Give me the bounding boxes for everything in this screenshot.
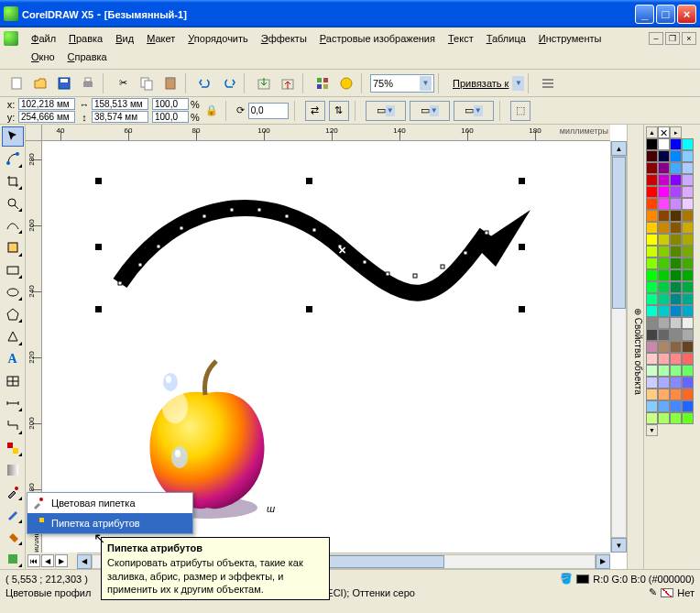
table-tool[interactable] bbox=[2, 371, 24, 391]
crop-tool[interactable] bbox=[2, 171, 24, 192]
color-swatch[interactable] bbox=[670, 222, 682, 234]
page-navigator[interactable]: ⏮ ◀ ▶ bbox=[26, 553, 77, 569]
color-swatch[interactable] bbox=[646, 150, 658, 162]
undo-button[interactable] bbox=[194, 72, 216, 94]
color-swatch[interactable] bbox=[646, 246, 658, 257]
color-swatch[interactable] bbox=[646, 377, 658, 389]
shape-tool[interactable] bbox=[2, 148, 24, 169]
object-properties-docker[interactable]: ⊕ Свойства объекта bbox=[628, 125, 644, 569]
color-swatch[interactable] bbox=[646, 186, 658, 198]
menu-edit[interactable]: Правка bbox=[63, 31, 108, 46]
color-swatch[interactable] bbox=[670, 246, 682, 257]
color-swatch[interactable] bbox=[658, 222, 670, 234]
freehand-tool[interactable] bbox=[2, 215, 24, 235]
color-swatch[interactable] bbox=[670, 198, 682, 210]
snap-dropdown[interactable]: ▼ bbox=[512, 76, 524, 91]
basic-shapes-tool[interactable] bbox=[2, 326, 24, 346]
paste-button[interactable] bbox=[159, 72, 181, 94]
color-swatch[interactable] bbox=[670, 353, 682, 365]
selection-handle[interactable] bbox=[519, 244, 525, 250]
horizontal-ruler[interactable]: миллиметры 406080100120140160180 bbox=[42, 125, 610, 141]
arrow-object[interactable]: ✕ bbox=[102, 182, 541, 311]
outline-tool[interactable] bbox=[2, 504, 24, 524]
color-swatch[interactable] bbox=[670, 293, 682, 305]
color-swatch[interactable] bbox=[658, 293, 670, 305]
welcome-button[interactable] bbox=[335, 72, 357, 94]
zoom-tool[interactable] bbox=[2, 193, 24, 213]
color-swatch[interactable] bbox=[670, 138, 682, 150]
color-swatch[interactable] bbox=[670, 186, 682, 198]
menu-file[interactable]: Файл bbox=[26, 31, 61, 46]
color-swatch[interactable] bbox=[670, 269, 682, 281]
color-swatch[interactable] bbox=[658, 210, 670, 222]
color-swatch[interactable] bbox=[682, 162, 694, 174]
color-swatch[interactable] bbox=[658, 353, 670, 365]
color-swatch[interactable] bbox=[682, 341, 694, 353]
menu-text[interactable]: Текст bbox=[443, 31, 479, 46]
color-swatch[interactable] bbox=[682, 329, 694, 341]
color-swatch[interactable] bbox=[646, 365, 658, 377]
palette-menu[interactable]: ▸ bbox=[670, 126, 682, 138]
color-swatch[interactable] bbox=[658, 341, 670, 353]
options-button[interactable] bbox=[537, 72, 559, 94]
app-launcher-button[interactable] bbox=[312, 72, 334, 94]
color-swatch[interactable] bbox=[682, 365, 694, 377]
attributes-eyedropper-item[interactable]: Пипетка атрибутов bbox=[27, 513, 192, 533]
menu-bitmaps[interactable]: Растровые изображения bbox=[314, 31, 441, 46]
color-swatch[interactable] bbox=[670, 412, 682, 424]
color-swatch[interactable] bbox=[658, 317, 670, 329]
menu-help[interactable]: Справка bbox=[62, 49, 113, 64]
interactive-fill-tool[interactable] bbox=[2, 549, 24, 569]
menu-window[interactable]: Окно bbox=[26, 49, 60, 64]
drawing-canvas[interactable]: ✕ bbox=[42, 141, 610, 553]
color-swatch[interactable] bbox=[682, 377, 694, 389]
rotation-input[interactable] bbox=[248, 103, 289, 119]
blend-tool[interactable] bbox=[2, 438, 24, 458]
smart-fill-tool[interactable] bbox=[2, 237, 24, 257]
color-swatch[interactable] bbox=[658, 174, 670, 186]
no-fill-swatch[interactable]: ✕ bbox=[658, 126, 670, 138]
menu-effects[interactable]: Эффекты bbox=[256, 31, 312, 46]
cut-button[interactable]: ✂ bbox=[112, 72, 134, 94]
color-swatch[interactable] bbox=[658, 186, 670, 198]
color-swatch[interactable] bbox=[682, 412, 694, 424]
color-swatch[interactable] bbox=[670, 341, 682, 353]
color-swatch[interactable] bbox=[658, 389, 670, 400]
color-swatch[interactable] bbox=[670, 329, 682, 341]
mirror-h-button[interactable]: ⇄ bbox=[305, 101, 325, 121]
color-swatch[interactable] bbox=[682, 400, 694, 412]
save-button[interactable] bbox=[53, 72, 75, 94]
color-swatch[interactable] bbox=[682, 174, 694, 186]
mirror-v-button[interactable]: ⇅ bbox=[329, 101, 349, 121]
import-button[interactable] bbox=[253, 72, 275, 94]
color-eyedropper-item[interactable]: Цветовая пипетка bbox=[27, 493, 192, 513]
color-swatch[interactable] bbox=[682, 389, 694, 400]
redo-button[interactable] bbox=[218, 72, 240, 94]
selection-handle[interactable] bbox=[306, 178, 312, 184]
ellipse-tool[interactable] bbox=[2, 282, 24, 302]
color-swatch[interactable] bbox=[658, 305, 670, 317]
color-swatch[interactable] bbox=[670, 162, 682, 174]
menu-tools[interactable]: Инструменты bbox=[533, 31, 607, 46]
menu-arrange[interactable]: Упорядочить bbox=[182, 31, 253, 46]
mdi-close-button[interactable]: × bbox=[682, 32, 696, 45]
open-button[interactable] bbox=[29, 72, 51, 94]
color-swatch[interactable] bbox=[658, 257, 670, 269]
color-swatch[interactable] bbox=[646, 210, 658, 222]
rectangle-tool[interactable] bbox=[2, 260, 24, 280]
color-swatch[interactable] bbox=[658, 281, 670, 293]
color-swatch[interactable] bbox=[670, 234, 682, 246]
color-swatch[interactable] bbox=[670, 257, 682, 269]
scale-x-input[interactable] bbox=[152, 98, 189, 110]
polygon-tool[interactable] bbox=[2, 304, 24, 324]
color-swatch[interactable] bbox=[646, 400, 658, 412]
vertical-scrollbar[interactable]: ▲ ▼ bbox=[610, 141, 627, 553]
color-swatch[interactable] bbox=[646, 317, 658, 329]
fill-swatch[interactable] bbox=[576, 575, 589, 584]
dimension-tool[interactable] bbox=[2, 393, 24, 413]
menu-table[interactable]: Таблица bbox=[481, 31, 531, 46]
color-swatch[interactable] bbox=[646, 293, 658, 305]
color-swatch[interactable] bbox=[646, 353, 658, 365]
color-swatch[interactable] bbox=[682, 186, 694, 198]
y-position-input[interactable] bbox=[18, 111, 75, 123]
